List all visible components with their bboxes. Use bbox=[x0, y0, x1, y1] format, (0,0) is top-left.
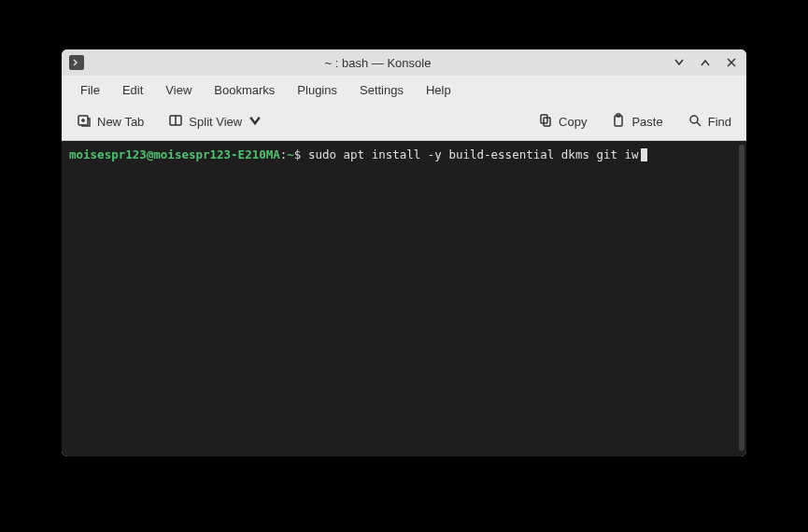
menu-bookmarks[interactable]: Bookmarks bbox=[203, 79, 286, 101]
copy-icon bbox=[538, 113, 553, 131]
titlebar[interactable]: ~ : bash — Konsole bbox=[62, 49, 746, 76]
chevron-down-icon bbox=[248, 113, 262, 131]
terminal-area[interactable]: moisespr123@moisespr123-E210MA:~$ sudo a… bbox=[62, 141, 746, 456]
prompt-symbol: $ bbox=[294, 147, 302, 161]
split-view-button[interactable]: Split View bbox=[163, 109, 268, 134]
new-tab-icon bbox=[77, 113, 92, 131]
menu-settings[interactable]: Settings bbox=[348, 79, 415, 101]
prompt-path: ~ bbox=[287, 147, 294, 161]
app-icon bbox=[69, 55, 84, 70]
copy-label: Copy bbox=[559, 115, 587, 129]
svg-point-6 bbox=[690, 116, 698, 123]
menu-help[interactable]: Help bbox=[415, 79, 462, 101]
split-view-label: Split View bbox=[189, 115, 242, 129]
scrollbar[interactable] bbox=[739, 145, 744, 451]
paste-icon bbox=[611, 113, 626, 131]
terminal-line: moisespr123@moisespr123-E210MA:~$ sudo a… bbox=[69, 147, 739, 163]
copy-button[interactable]: Copy bbox=[532, 109, 592, 134]
command-text: sudo apt install -y build-essential dkms… bbox=[308, 147, 639, 161]
paste-button[interactable]: Paste bbox=[605, 109, 668, 134]
find-label: Find bbox=[708, 115, 731, 129]
konsole-window: ~ : bash — Konsole File Edit View Bookma… bbox=[62, 49, 746, 456]
paste-label: Paste bbox=[631, 115, 662, 129]
new-tab-label: New Tab bbox=[97, 115, 144, 129]
close-button[interactable] bbox=[724, 55, 739, 70]
maximize-button[interactable] bbox=[698, 55, 713, 70]
split-view-icon bbox=[168, 113, 183, 131]
menu-edit[interactable]: Edit bbox=[111, 79, 154, 101]
find-icon bbox=[688, 113, 702, 131]
toolbar: New Tab Split View Copy bbox=[62, 104, 746, 141]
menubar: File Edit View Bookmarks Plugins Setting… bbox=[62, 76, 746, 104]
find-button[interactable]: Find bbox=[682, 109, 737, 134]
menu-file[interactable]: File bbox=[69, 79, 111, 101]
minimize-button[interactable] bbox=[672, 55, 687, 70]
window-controls bbox=[672, 55, 739, 70]
menu-view[interactable]: View bbox=[154, 79, 203, 101]
menu-plugins[interactable]: Plugins bbox=[286, 79, 348, 101]
prompt-user-host: moisespr123@moisespr123-E210MA bbox=[69, 147, 280, 161]
window-title: ~ : bash — Konsole bbox=[90, 56, 666, 70]
new-tab-button[interactable]: New Tab bbox=[71, 109, 149, 134]
cursor bbox=[641, 148, 647, 161]
